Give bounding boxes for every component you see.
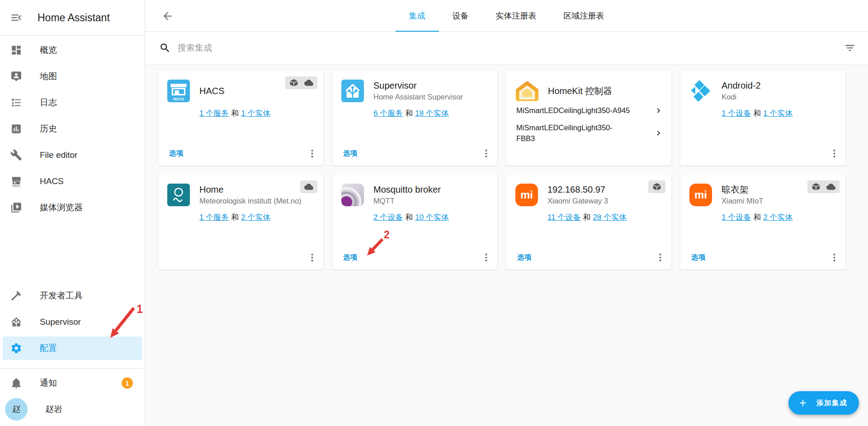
plus-icon: [797, 398, 808, 408]
sidebar-item-logbook[interactable]: 日志: [0, 90, 145, 116]
add-integration-button[interactable]: 添加集成: [788, 391, 859, 415]
sidebar-item-label: 地图: [40, 71, 57, 82]
filter-icon[interactable]: [844, 42, 856, 54]
svg-text:mi: mi: [520, 189, 533, 201]
sidebar-item-label: 概览: [40, 44, 57, 56]
status-badges: [300, 180, 317, 193]
devices-link[interactable]: 11 个设备: [547, 213, 580, 222]
xiaomi-logo-icon: mi: [515, 184, 538, 206]
sidebar-footer: 通知 1 赵 赵岩: [0, 368, 145, 426]
tab-devices[interactable]: 设备: [439, 0, 482, 31]
device-row[interactable]: MiSmartLEDCeilingLight350-A945: [506, 102, 671, 119]
more-menu-icon[interactable]: [829, 148, 840, 159]
services-link[interactable]: 1 个服务: [199, 109, 229, 118]
entities-link[interactable]: 10 个实体: [415, 213, 449, 222]
more-menu-icon[interactable]: [655, 252, 666, 263]
card-subtitle: Meteorologisk institutt (Met.no): [199, 196, 302, 206]
profile-name: 赵岩: [45, 403, 62, 415]
joiner-text: 和: [405, 213, 413, 222]
services-link[interactable]: 1 个服务: [199, 213, 229, 222]
joiner-text: 和: [405, 109, 413, 118]
sidebar-item-label: 配置: [40, 342, 57, 354]
device-row[interactable]: MiSmartLEDCeilingLight350-FBB3: [506, 119, 671, 147]
card-title: HACS: [199, 85, 225, 96]
sidebar-item-label: File editor: [40, 150, 77, 160]
sidebar-item-configuration[interactable]: 配置: [0, 335, 145, 361]
card-links: 1 个设备和1 个实体: [722, 108, 845, 118]
entities-link[interactable]: 2 个实体: [763, 213, 793, 222]
entities-link[interactable]: 2 个实体: [241, 213, 270, 222]
entities-link[interactable]: 1 个实体: [241, 109, 270, 118]
package-icon: [289, 78, 298, 87]
sidebar-item-notifications[interactable]: 通知 1: [0, 370, 145, 396]
sidebar-item-supervisor[interactable]: Supervisor: [0, 309, 145, 335]
card-links: 1 个服务和2 个实体: [199, 212, 323, 222]
devices-link[interactable]: 2 个设备: [373, 213, 403, 222]
menu-toggle-icon[interactable]: [10, 11, 23, 24]
devices-link[interactable]: 1 个设备: [722, 213, 751, 222]
devices-link[interactable]: 1 个设备: [722, 109, 751, 118]
sidebar-item-file-editor[interactable]: File editor: [0, 142, 145, 168]
integration-card-xiaomi-miot: mi 晾衣架 Xiaomi MIoT 1 个设备和2 个实体 选项: [680, 175, 845, 270]
card-links: 1 个设备和2 个实体: [722, 212, 845, 222]
more-menu-icon[interactable]: [307, 252, 318, 263]
options-button[interactable]: 选项: [691, 253, 706, 262]
sidebar-item-map[interactable]: 地图: [0, 63, 145, 90]
logbook-list-icon: [10, 97, 22, 109]
card-subtitle: Kodi: [722, 92, 761, 102]
sidebar-menu: 概览 地图 日志 历史 File editor HACS 媒体浏览器: [0, 36, 145, 221]
package-icon: [652, 182, 661, 191]
cloud-icon: [826, 182, 835, 191]
entities-link[interactable]: 18 个实体: [415, 109, 449, 118]
package-icon: [811, 182, 821, 191]
sidebar-item-hacs[interactable]: HACS: [0, 168, 145, 194]
history-chart-icon: [10, 123, 22, 135]
integration-card-homekit: HomeKit 控制器 MiSmartLEDCeilingLight350-A9…: [506, 71, 671, 166]
chevron-right-icon: [654, 128, 663, 138]
joiner-text: 和: [753, 109, 761, 118]
back-arrow-icon[interactable]: [161, 10, 174, 22]
sidebar-item-developer-tools[interactable]: 开发者工具: [0, 283, 145, 309]
services-link[interactable]: 6 个服务: [373, 109, 403, 118]
options-button[interactable]: 选项: [343, 149, 358, 158]
integrations-content: HACS HACS 1 个服务和1 个实体 选项: [145, 65, 868, 426]
card-subtitle: Xiaomi Gateway 3: [547, 196, 608, 206]
hacs-store-icon: [10, 175, 22, 187]
media-browser-icon: [10, 202, 22, 213]
mosquitto-logo-icon: [341, 184, 364, 206]
mosquitto-options-button[interactable]: 选项: [343, 253, 358, 262]
more-menu-icon[interactable]: [307, 148, 318, 159]
integration-card-hacs: HACS HACS 1 个服务和1 个实体 选项: [158, 71, 323, 166]
hacs-logo-icon: HACS: [167, 80, 190, 102]
sidebar-item-history[interactable]: 历史: [0, 116, 145, 142]
more-menu-icon[interactable]: [481, 148, 492, 159]
search-input[interactable]: [177, 43, 868, 53]
top-header: 集成 设备 实体注册表 区域注册表: [145, 0, 868, 32]
options-button[interactable]: 选项: [169, 149, 184, 158]
svg-text:mi: mi: [694, 189, 707, 201]
sidebar-spacer: [0, 221, 145, 283]
svg-text:HACS: HACS: [173, 97, 184, 101]
tab-label: 区域注册表: [564, 10, 604, 21]
card-links: 1 个服务和1 个实体: [199, 108, 323, 118]
sidebar-item-overview[interactable]: 概览: [0, 37, 145, 63]
sidebar-item-media-browser[interactable]: 媒体浏览器: [0, 194, 145, 221]
wrench-icon: [10, 149, 22, 161]
tab-integrations[interactable]: 集成: [396, 0, 439, 31]
sidebar-item-profile[interactable]: 赵 赵岩: [0, 396, 145, 422]
main-panel: 集成 设备 实体注册表 区域注册表: [145, 0, 868, 426]
app-title: Home Assistant: [38, 12, 110, 24]
card-title: Home: [199, 184, 302, 195]
more-menu-icon[interactable]: [481, 252, 492, 263]
card-subtitle: Home Assistant Supervisor: [373, 92, 463, 102]
tab-entity-registry[interactable]: 实体注册表: [482, 0, 550, 31]
options-button[interactable]: 选项: [517, 253, 532, 262]
card-title: 192.168.50.97: [547, 184, 608, 195]
integration-card-supervisor: Supervisor Home Assistant Supervisor 6 个…: [332, 71, 497, 166]
entities-link[interactable]: 28 个实体: [593, 213, 627, 222]
entities-link[interactable]: 1 个实体: [763, 109, 793, 118]
integration-card-xiaomi-gateway: mi 192.168.50.97 Xiaomi Gateway 3 11 个设备…: [506, 175, 671, 270]
tab-area-registry[interactable]: 区域注册表: [550, 0, 618, 31]
more-menu-icon[interactable]: [829, 252, 840, 263]
card-subtitle: MQTT: [373, 196, 441, 206]
